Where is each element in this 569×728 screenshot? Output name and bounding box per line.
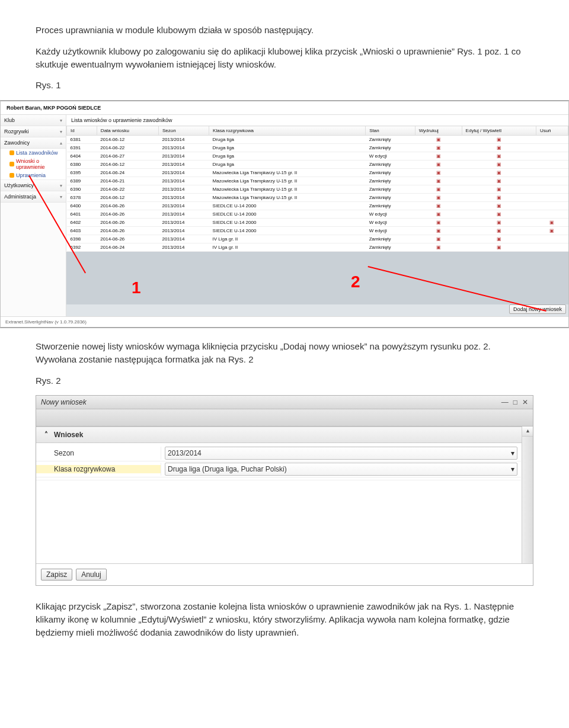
print-icon[interactable]: ▣ — [415, 202, 462, 210]
label-klasa: Klasa rozgrywkowa — [36, 465, 161, 473]
figure-label: Rys. 2 — [36, 374, 533, 387]
select-value: Druga liga (Druga liga, Puchar Polski) — [168, 465, 287, 473]
print-icon[interactable]: ▣ — [415, 177, 462, 185]
select-klasa[interactable]: Druga liga (Druga liga, Puchar Polski) ▾ — [165, 463, 517, 476]
print-icon[interactable]: ▣ — [415, 169, 462, 177]
table-row[interactable]: 63892014-06-212013/2014Mazowiecka Liga T… — [67, 177, 568, 185]
table-row[interactable]: 64032014-06-262013/2014SIEDLCE U-14 2000… — [67, 227, 568, 235]
print-icon[interactable]: ▣ — [415, 136, 462, 144]
edit-icon[interactable]: ▣ — [462, 177, 536, 185]
chevron-down-icon: ▾ — [511, 449, 514, 457]
col-wydrukuj[interactable]: Wydrukuj — [415, 126, 462, 136]
sidebar-sub-wnioski[interactable]: Wnioski o uprawnienie — [8, 157, 66, 171]
table-row[interactable]: 64012014-06-262013/2014SIEDLCE U-14 2000… — [67, 210, 568, 219]
section-header-wniosek[interactable]: ˄ Wniosek — [36, 426, 533, 443]
edit-icon[interactable]: ▣ — [462, 194, 536, 202]
delete-icon[interactable]: ▣ — [536, 227, 568, 235]
col-edytuj[interactable]: Edytuj / Wyświetl — [462, 126, 536, 136]
edit-icon[interactable]: ▣ — [462, 235, 536, 243]
main-panel: Lista wniosków o uprawnienie zawodników … — [66, 115, 568, 316]
cell-id: 6403 — [67, 227, 97, 235]
cell-klasa: SIEDLCE U-14 2000 — [209, 210, 366, 219]
table-row[interactable]: 63902014-06-222013/2014Mazowiecka Liga T… — [67, 185, 568, 194]
col-data[interactable]: Data wniosku — [97, 126, 158, 136]
table-row[interactable]: 64022014-06-262013/2014SIEDLCE U-14 2000… — [67, 219, 568, 227]
edit-icon[interactable]: ▣ — [462, 219, 536, 227]
cell-id: 6378 — [67, 194, 97, 202]
table-row[interactable]: 64002014-06-262013/2014SIEDLCE U-14 2000… — [67, 202, 568, 210]
close-icon[interactable]: ✕ — [522, 398, 528, 406]
cell-sezon: 2013/2014 — [159, 202, 209, 210]
cell-stan: Zamknięty — [366, 136, 415, 144]
print-icon[interactable]: ▣ — [415, 161, 462, 169]
sidebar-item-rozgrywki[interactable]: Rozgrywki ▾ — [1, 126, 66, 137]
sidebar-label: Administracja — [4, 194, 36, 200]
table-row[interactable]: 63912014-06-222013/2014Druga ligaZamknię… — [67, 144, 568, 152]
delete-icon[interactable]: ▣ — [536, 219, 568, 227]
edit-icon[interactable]: ▣ — [462, 152, 536, 161]
table-row[interactable]: 64042014-06-272013/2014Druga ligaW edycj… — [67, 152, 568, 161]
cell-klasa: Druga liga — [209, 136, 366, 144]
edit-icon[interactable]: ▣ — [462, 161, 536, 169]
table-row[interactable]: 63952014-06-242013/2014Mazowiecka Liga T… — [67, 169, 568, 177]
sidebar-item-administracja[interactable]: Administracja ▾ — [1, 191, 66, 203]
select-sezon[interactable]: 2013/2014 ▾ — [165, 447, 517, 460]
minimize-icon[interactable]: — — [501, 398, 509, 406]
cell-stan: Zamknięty — [366, 243, 415, 252]
cell-stan: Zamknięty — [366, 169, 415, 177]
print-icon[interactable]: ▣ — [415, 210, 462, 219]
table-row[interactable]: 63812014-06-122013/2014Druga ligaZamknię… — [67, 136, 568, 144]
cell-sezon: 2013/2014 — [159, 177, 209, 185]
cell-data: 2014-06-21 — [97, 177, 158, 185]
cell-sezon: 2013/2014 — [159, 194, 209, 202]
print-icon[interactable]: ▣ — [415, 194, 462, 202]
col-usun[interactable]: Usuń — [536, 126, 568, 136]
col-id[interactable]: Id — [67, 126, 97, 136]
cell-id: 6390 — [67, 185, 97, 194]
print-icon[interactable]: ▣ — [415, 152, 462, 161]
cell-data: 2014-06-26 — [97, 235, 158, 243]
cell-klasa: SIEDLCE U-14 2000 — [209, 227, 366, 235]
paragraph: Stworzenie nowej listy wniosków wymaga k… — [36, 340, 533, 366]
maximize-icon[interactable]: □ — [513, 398, 517, 406]
cell-stan: W edycji — [366, 152, 415, 161]
scrollbar[interactable]: ▴ — [522, 426, 533, 563]
table-row[interactable]: 63982014-06-262013/2014IV Liga gr. IIZam… — [67, 235, 568, 243]
cell-klasa: Mazowiecka Liga Trampkarzy U-15 gr. II — [209, 185, 366, 194]
col-sezon[interactable]: Sezon — [159, 126, 209, 136]
edit-icon[interactable]: ▣ — [462, 210, 536, 219]
cell-data: 2014-06-27 — [97, 152, 158, 161]
col-klasa[interactable]: Klasa rozgrywkowa — [209, 126, 366, 136]
sidebar-item-zawodnicy[interactable]: Zawodnicy ▴ — [1, 137, 66, 149]
cell-data: 2014-06-12 — [97, 194, 158, 202]
edit-icon[interactable]: ▣ — [462, 169, 536, 177]
sidebar-item-klub[interactable]: Klub ▾ — [1, 115, 66, 126]
print-icon[interactable]: ▣ — [415, 144, 462, 152]
print-icon[interactable]: ▣ — [415, 219, 462, 227]
save-button[interactable]: Zapisz — [41, 569, 72, 581]
print-icon[interactable]: ▣ — [415, 185, 462, 194]
sidebar-sub-uprawnienia[interactable]: Uprawnienia — [8, 171, 66, 179]
table-row[interactable]: 63782014-06-122013/2014Mazowiecka Liga T… — [67, 194, 568, 202]
sidebar-sub-lista[interactable]: Lista zawodników — [8, 149, 66, 157]
col-stan[interactable]: Stan — [366, 126, 415, 136]
edit-icon[interactable]: ▣ — [462, 202, 536, 210]
edit-icon[interactable]: ▣ — [462, 185, 536, 194]
delete-icon — [536, 136, 568, 144]
cell-sezon: 2013/2014 — [159, 210, 209, 219]
edit-icon[interactable]: ▣ — [462, 227, 536, 235]
annotation-2: 2 — [351, 272, 360, 291]
table-row[interactable]: 63802014-06-122013/2014Druga ligaZamknię… — [67, 161, 568, 169]
cell-klasa: SIEDLCE U-14 2000 — [209, 219, 366, 227]
edit-icon[interactable]: ▣ — [462, 243, 536, 252]
edit-icon[interactable]: ▣ — [462, 136, 536, 144]
edit-icon[interactable]: ▣ — [462, 144, 536, 152]
print-icon[interactable]: ▣ — [415, 227, 462, 235]
scroll-up-icon[interactable]: ▴ — [522, 426, 533, 437]
chevron-down-icon: ▾ — [60, 194, 62, 200]
cell-data: 2014-06-12 — [97, 136, 158, 144]
cancel-button[interactable]: Anuluj — [76, 569, 106, 581]
print-icon[interactable]: ▣ — [415, 235, 462, 243]
table-row[interactable]: 63922014-06-242013/2014IV Liga gr. IIZam… — [67, 243, 568, 252]
print-icon[interactable]: ▣ — [415, 243, 462, 252]
